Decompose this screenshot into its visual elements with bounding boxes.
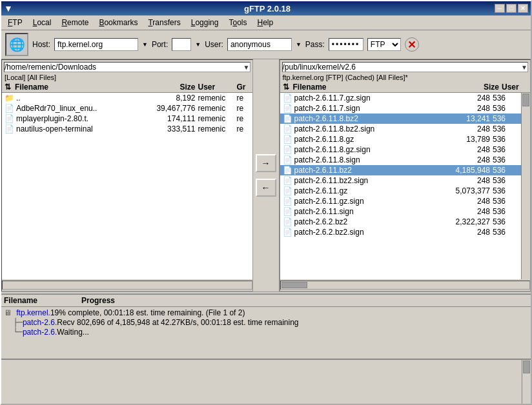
menu-bar: FTP Local Remote Bookmarks Transfers Log…: [1, 15, 531, 30]
remote-path-dropdown[interactable]: ▼: [521, 64, 527, 71]
file-name: patch-2.6.11.8.bz2.sign: [294, 124, 448, 133]
log-content: [1, 360, 522, 404]
local-hscrollbar[interactable]: [2, 281, 252, 290]
log-scrollbar[interactable]: [522, 360, 531, 404]
download-button[interactable]: ←: [256, 179, 276, 197]
menu-bookmarks[interactable]: Bookmarks: [95, 17, 141, 28]
file-name: ..: [16, 94, 153, 103]
status-item-desc: Waiting...: [57, 328, 528, 337]
local-file-row[interactable]: 📄 nautilus-open-terminal 333,511 remenic…: [2, 124, 252, 134]
remote-file-row[interactable]: 📄 patch-2.6.11.8.bz2 13,241 536: [280, 114, 522, 124]
file-group: re: [237, 94, 250, 103]
remote-file-row[interactable]: 📄 patch-2.6.11.gz.sign 248 536: [280, 196, 522, 206]
file-size: 39,467,776: [153, 104, 198, 113]
host-input[interactable]: [54, 38, 138, 51]
local-panel-label: [Local] [All Files]: [2, 73, 252, 82]
host-dropdown-btn[interactable]: ▼: [142, 41, 148, 48]
local-column-header: ⇅ Filename Size User Gr: [2, 82, 252, 93]
user-input[interactable]: [227, 38, 292, 51]
remote-file-row[interactable]: 📄 patch-2.6.11.8.gz 13,789 536: [280, 134, 522, 144]
remote-vscrollbar[interactable]: [521, 93, 530, 279]
menu-help[interactable]: Help: [253, 17, 277, 28]
upload-button[interactable]: →: [256, 154, 276, 172]
tree-connector: ├─: [4, 318, 23, 327]
remote-file-row[interactable]: 📄 patch-2.6.2.bz2.sign 248 536: [280, 227, 522, 237]
tree-connector: └─: [4, 328, 23, 337]
disconnect-button[interactable]: ✕: [405, 37, 419, 52]
file-name: patch-2.6.11.bz2: [294, 166, 448, 175]
maximize-button[interactable]: □: [506, 4, 517, 13]
remote-file-row[interactable]: 📄 patch-2.6.11.8.gz.sign 248 536: [280, 144, 522, 155]
local-file-row[interactable]: 📄 AdbeRdr70_linux_enu.. 39,467,776 remen…: [2, 103, 252, 114]
file-user: remenic: [198, 114, 237, 123]
file-icon: 📄: [5, 104, 15, 113]
status-col-filename: Filename: [4, 296, 81, 305]
close-button[interactable]: ✕: [518, 4, 528, 13]
remote-panel-label: ftp.kernel.org [FTP] (Cached) [All Files…: [280, 73, 531, 82]
menu-ftp[interactable]: FTP: [4, 17, 26, 28]
file-user: 536: [493, 135, 518, 144]
protocol-select[interactable]: FTP SFTP: [367, 38, 401, 51]
status-panel: Filename Progress 🖥 ftp.kernel. 19% comp…: [1, 294, 531, 359]
file-name: patch-2.6.2.bz2: [294, 217, 448, 226]
file-user: 536: [493, 124, 518, 133]
menu-transfers[interactable]: Transfers: [144, 17, 184, 28]
file-user: 536: [493, 186, 518, 195]
minimize-button[interactable]: ─: [495, 4, 505, 13]
file-name: nautilus-open-terminal: [16, 124, 153, 133]
remote-file-row[interactable]: 📄 patch-2.6.11.bz2.sign 248 536: [280, 175, 522, 186]
file-group: re: [237, 114, 250, 123]
user-dropdown-btn[interactable]: ▼: [296, 41, 302, 48]
remote-hscrollbar[interactable]: [280, 281, 531, 290]
file-size: 248: [447, 197, 493, 206]
menu-remote[interactable]: Remote: [57, 17, 92, 28]
remote-file-row[interactable]: 📄 patch-2.6.11.8.sign 248 536: [280, 155, 522, 165]
remote-file-row[interactable]: 📄 patch-2.6.2.bz2 2,322,327 536: [280, 217, 522, 227]
menu-logging[interactable]: Logging: [187, 17, 223, 28]
file-icon: 📄: [283, 197, 293, 206]
remote-file-row[interactable]: 📄 patch-2.6.11.7.sign 248 536: [280, 103, 522, 114]
remote-file-row[interactable]: 📄 patch-2.6.11.bz2 4,185,948 536: [280, 165, 522, 175]
file-name: patch-2.6.11.8.sign: [294, 155, 448, 164]
remote-col-size: Size: [456, 83, 502, 92]
remote-file-row[interactable]: 📄 patch-2.6.11.8.bz2.sign 248 536: [280, 124, 522, 134]
port-dropdown-btn[interactable]: ▼: [195, 41, 201, 48]
file-size: 8,192: [153, 94, 198, 103]
file-icon: 📄: [5, 124, 15, 133]
local-file-row[interactable]: 📄 mplayerplugin-2.80.t. 174,111 remenic …: [2, 114, 252, 124]
file-user: remenic: [198, 104, 237, 113]
status-tree-item: ├─patch-2.6. Recv 802,696 of 4,185,948 a…: [4, 318, 528, 327]
file-user: remenic: [198, 94, 237, 103]
menu-local[interactable]: Local: [29, 17, 56, 28]
local-col-group: Gr: [237, 83, 250, 92]
file-icon: 📄: [283, 135, 293, 144]
remote-file-row[interactable]: 📄 patch-2.6.11.sign 248 536: [280, 206, 522, 217]
file-group: re: [237, 104, 250, 113]
local-path-dropdown[interactable]: ▼: [243, 64, 250, 71]
port-input[interactable]: [172, 38, 191, 51]
remote-path-input[interactable]: [283, 63, 522, 72]
file-size: 248: [447, 104, 493, 113]
file-size: 248: [447, 176, 493, 185]
user-label: User:: [205, 40, 223, 49]
remote-file-row[interactable]: 📄 patch-2.6.11.7.gz.sign 248 536: [280, 93, 522, 103]
port-label: Port:: [152, 40, 168, 49]
app-title: gFTP 2.0.18: [40, 4, 495, 14]
transfer-buttons: → ←: [253, 59, 279, 291]
file-name: patch-2.6.11.bz2.sign: [294, 176, 448, 185]
tree-connector: 🖥: [4, 308, 16, 317]
pass-input[interactable]: [329, 38, 363, 51]
local-file-row[interactable]: 📁 .. 8,192 remenic re: [2, 93, 252, 103]
file-icon: 📄: [283, 217, 293, 226]
local-path-input[interactable]: [5, 63, 243, 72]
remote-file-row[interactable]: 📄 patch-2.6.11.gz 5,073,377 536: [280, 186, 522, 196]
file-size: 174,111: [153, 114, 198, 123]
status-item-name: patch-2.6.: [23, 328, 57, 337]
menu-tools[interactable]: Tools: [225, 17, 251, 28]
status-col-progress: Progress: [81, 296, 528, 305]
remote-col-filename: Filename: [293, 83, 457, 92]
file-group: re: [237, 124, 250, 133]
status-item-desc: 19% complete, 00:01:18 est. time remaini…: [50, 308, 528, 317]
host-label: Host:: [32, 40, 50, 49]
file-size: 4,185,948: [447, 166, 493, 175]
